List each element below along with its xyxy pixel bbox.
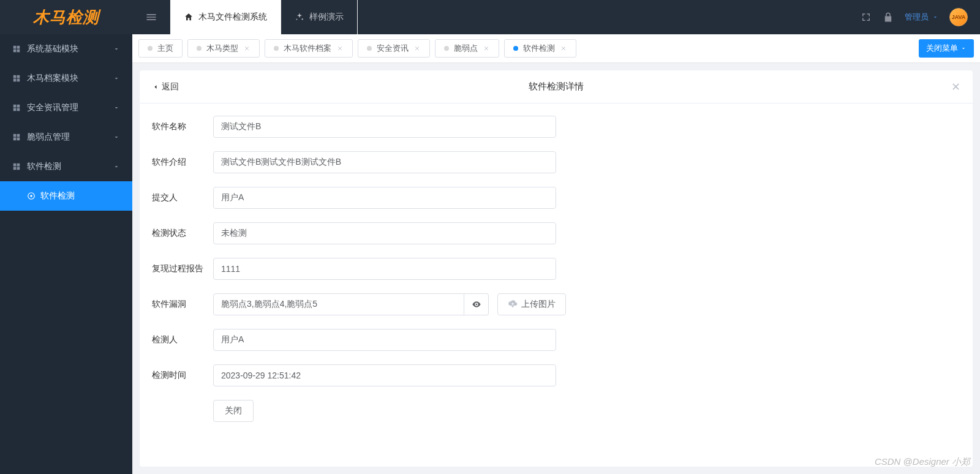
sidebar-item-label: 脆弱点管理 (27, 132, 70, 143)
topbar: 木马检测 木马文件检测系统 样例演示 管理员 JAVA (0, 0, 980, 34)
sidebar: 系统基础模块 木马档案模块 安全资讯管理 脆弱点管理 软件检测 (0, 34, 132, 474)
tabs-row: 主页 木马类型 木马软件档案 安全资讯 (132, 34, 980, 63)
input-intro[interactable] (213, 151, 556, 173)
avatar-text: JAVA (952, 14, 966, 20)
label-submitter: 提交人 (152, 192, 213, 203)
grid-icon (12, 103, 21, 112)
main: 主页 木马类型 木马软件档案 安全资讯 (132, 34, 980, 474)
tab-security-info[interactable]: 安全资讯 (358, 39, 430, 58)
sidebar-item-label: 软件检测 (27, 161, 61, 172)
input-submitter[interactable] (213, 187, 556, 209)
user-label: 管理员 (905, 12, 929, 23)
detail-form: 软件名称 软件介绍 提交人 检测状态 (140, 103, 973, 448)
close-button-label: 关闭 (225, 405, 242, 415)
dot-icon (513, 46, 518, 51)
chevron-down-icon (960, 45, 967, 51)
tab-label: 脆弱点 (454, 43, 478, 54)
upload-image-button[interactable]: 上传图片 (497, 293, 566, 315)
close-menu-label: 关闭菜单 (926, 43, 958, 54)
grid-icon (12, 45, 21, 53)
chevron-left-icon (152, 83, 159, 91)
hamburger-toggle[interactable] (132, 0, 170, 34)
sidebar-sub-label: 软件检测 (40, 190, 75, 201)
chevron-down-icon (113, 45, 120, 53)
chevron-up-icon (113, 163, 120, 170)
view-vuln-button[interactable] (464, 293, 489, 315)
close-icon[interactable] (413, 45, 421, 52)
grid-icon (12, 133, 21, 141)
chevron-down-icon (113, 75, 120, 82)
page-title: 软件检测详情 (529, 81, 584, 92)
cloud-upload-icon (508, 299, 518, 309)
dot-icon (444, 46, 449, 51)
logo-text: 木马检测 (33, 7, 99, 28)
top-tab-label: 木马文件检测系统 (198, 12, 267, 23)
label-vuln: 软件漏洞 (152, 299, 213, 310)
user-menu[interactable]: 管理员 (905, 12, 938, 23)
tab-label: 木马软件档案 (284, 43, 331, 54)
sidebar-item-system-base[interactable]: 系统基础模块 (0, 34, 132, 64)
top-tab-demo[interactable]: 样例演示 (281, 0, 358, 34)
dot-icon (274, 46, 279, 51)
watermark: CSDN @Designer 小郑 (875, 456, 970, 468)
sidebar-item-security-info[interactable]: 安全资讯管理 (0, 93, 132, 122)
top-tabs: 木马文件检测系统 样例演示 (170, 0, 358, 34)
tab-trojan-type[interactable]: 木马类型 (187, 39, 260, 58)
sidebar-item-label: 系统基础模块 (27, 43, 78, 55)
close-button[interactable]: 关闭 (213, 400, 254, 422)
fullscreen-icon[interactable] (861, 12, 872, 23)
input-inspector[interactable] (213, 329, 556, 351)
dot-icon (197, 46, 202, 51)
tab-home[interactable]: 主页 (138, 39, 183, 58)
label-inspector: 检测人 (152, 334, 213, 345)
close-icon[interactable] (560, 45, 567, 52)
chevron-down-icon (932, 14, 938, 20)
back-label: 返回 (162, 81, 179, 92)
close-panel-icon[interactable]: ✕ (951, 80, 960, 94)
content-header: 返回 软件检测详情 ✕ (140, 70, 973, 103)
back-link[interactable]: 返回 (152, 81, 179, 92)
avatar[interactable]: JAVA (949, 8, 968, 26)
input-name[interactable] (213, 116, 556, 138)
chevron-down-icon (113, 134, 120, 141)
hamburger-icon (145, 11, 157, 23)
input-time[interactable] (213, 364, 556, 386)
top-tab-system[interactable]: 木马文件检测系统 (170, 0, 281, 34)
tab-software-detect[interactable]: 软件检测 (504, 39, 576, 58)
label-name: 软件名称 (152, 121, 213, 132)
sidebar-item-software-detect[interactable]: 软件检测 (0, 152, 132, 181)
sparkle-icon (295, 12, 304, 22)
close-icon[interactable] (243, 45, 251, 52)
dot-icon (367, 46, 372, 51)
label-report: 复现过程报告 (152, 263, 213, 274)
eye-icon (472, 299, 481, 309)
tab-label: 木马类型 (206, 43, 238, 54)
close-icon[interactable] (483, 45, 490, 52)
tab-label: 安全资讯 (377, 43, 409, 54)
target-icon (27, 192, 36, 200)
close-menu-button[interactable]: 关闭菜单 (919, 39, 974, 58)
sidebar-item-vulnerability[interactable]: 脆弱点管理 (0, 122, 132, 152)
sidebar-sub-software-detect[interactable]: 软件检测 (0, 181, 132, 211)
grid-icon (12, 74, 21, 83)
logo[interactable]: 木马检测 (0, 0, 132, 34)
tab-trojan-archive[interactable]: 木马软件档案 (265, 39, 353, 58)
lock-icon[interactable] (883, 12, 894, 23)
sidebar-item-label: 木马档案模块 (27, 73, 78, 84)
label-intro: 软件介绍 (152, 157, 213, 168)
sidebar-item-trojan-archive[interactable]: 木马档案模块 (0, 64, 132, 93)
input-report[interactable] (213, 258, 556, 280)
content-panel: 返回 软件检测详情 ✕ 软件名称 软件介绍 提交人 (140, 70, 973, 467)
chevron-down-icon (113, 104, 120, 111)
input-vuln[interactable] (213, 293, 464, 315)
tab-vulnerability[interactable]: 脆弱点 (435, 39, 499, 58)
close-icon[interactable] (336, 45, 344, 52)
home-icon (184, 12, 194, 22)
grid-icon (12, 162, 21, 171)
sidebar-item-label: 安全资讯管理 (27, 102, 78, 113)
topbar-right: 管理员 JAVA (861, 8, 980, 26)
tab-label: 软件检测 (523, 43, 555, 54)
input-status[interactable] (213, 222, 556, 244)
label-time: 检测时间 (152, 370, 213, 381)
upload-label: 上传图片 (521, 299, 556, 310)
